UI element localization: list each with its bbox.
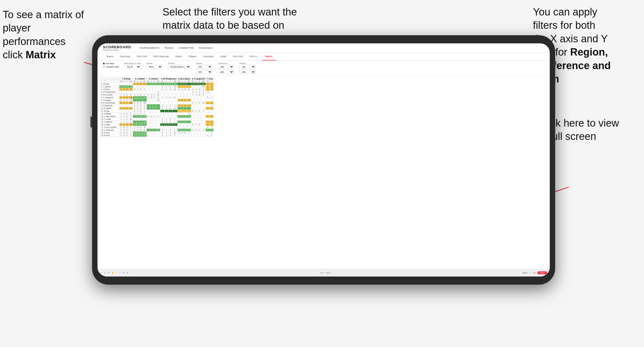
players-select-2[interactable]: (All) (239, 70, 256, 74)
division-select[interactable]: NCAA Division I (168, 65, 191, 69)
cell: 1 (129, 107, 133, 110)
region-select-1[interactable]: N/A (196, 65, 212, 69)
compact-view-option[interactable]: Compact View (103, 66, 119, 68)
full-view-radio[interactable] (103, 63, 105, 65)
cell (129, 110, 133, 113)
cell (142, 118, 147, 121)
compact-view-radio[interactable] (103, 66, 105, 68)
watch-button[interactable]: Watch (522, 272, 528, 274)
cell (181, 110, 184, 113)
cell: -7 (187, 121, 191, 123)
table-row: 3. J Koivun 1 1 0 2 0 1 0 2 0 (100, 88, 214, 91)
clock-button[interactable]: ⏱ (126, 272, 128, 274)
cell (206, 94, 210, 96)
full-view-option[interactable]: Full View (103, 62, 119, 65)
cell: 5 (119, 102, 123, 104)
zoom-in-button[interactable]: + (119, 272, 121, 274)
cell: 1 (139, 107, 142, 110)
nav-teams[interactable]: TEAMS (164, 47, 174, 49)
tab-h2h-grid-2[interactable]: H2H Grid (230, 53, 246, 60)
cell: 0 (191, 123, 195, 126)
cell: 1 (119, 118, 123, 121)
redo-button[interactable]: ↪ (104, 272, 106, 274)
cell: 1 (210, 131, 213, 134)
conference-select-2[interactable]: (All) (218, 70, 234, 74)
cell (191, 115, 195, 118)
tab-h2h-heatmap[interactable]: H2H Heatmap (150, 53, 172, 60)
matrix-container[interactable]: 1. W Ding 2. L Clanton 3. J Koivun 4. M … (97, 76, 550, 277)
sh-l4: L (165, 80, 168, 83)
cell (160, 110, 165, 113)
cell: 1 (153, 115, 156, 118)
view-original-button[interactable]: View: Original (318, 271, 333, 275)
table-row: 9. N Gabrelcik 0 0 0 0 0 (100, 104, 214, 107)
share-button[interactable]: Share (538, 271, 547, 274)
cell: 7 (172, 118, 177, 121)
player-label: 4. M Thorbjornsen (100, 91, 119, 94)
cell (195, 107, 198, 110)
cell: 1 (119, 94, 123, 96)
cell (187, 94, 191, 96)
nav-committee[interactable]: COMMITTEE (178, 47, 194, 49)
cell (165, 102, 168, 104)
players-label: Players (239, 62, 256, 64)
fit-button[interactable]: ⊡ (123, 272, 124, 274)
cell (147, 129, 150, 131)
region-select-2[interactable]: N/A (196, 70, 212, 74)
tab-matrix[interactable]: Matrix (172, 53, 186, 60)
cell (160, 91, 165, 94)
cell: 1 (129, 126, 133, 129)
cell: 2 (210, 83, 213, 85)
cell: 1 (177, 99, 181, 102)
cell (201, 115, 206, 118)
cell (168, 110, 172, 113)
table-row: 2. L Clanton 2 1 0 -16 0 (100, 85, 214, 88)
cell: 0 (139, 113, 142, 115)
cell: 1 (119, 96, 123, 99)
tab-h2h-h[interactable]: H2H H... (246, 53, 262, 60)
tab-summary[interactable]: Summary (117, 53, 134, 60)
gender-select[interactable]: Men's (146, 65, 162, 69)
nav-rankings[interactable]: RANKINGS (199, 47, 213, 49)
max-players-select[interactable]: Top 25 (124, 65, 141, 69)
cell (133, 118, 136, 121)
cell: 1 (165, 85, 168, 88)
zoom-out-button[interactable]: − (116, 272, 117, 274)
cell: 1 (165, 104, 168, 107)
cell: 4 (181, 88, 184, 91)
tab-h2h-grid[interactable]: H2H Grid (134, 53, 150, 60)
cell: 0 (201, 91, 206, 94)
refresh-button[interactable]: ↺ (108, 272, 109, 274)
cell: 1 (160, 83, 165, 85)
cell: 0 (139, 104, 142, 107)
filter-players: Players (All) (All) (239, 62, 256, 74)
cell (206, 131, 210, 134)
cell: 13 (201, 83, 206, 85)
tab-teams[interactable]: Teams (103, 53, 117, 60)
cell: 1 (119, 121, 123, 123)
cell (136, 85, 139, 88)
cell: 0 (126, 134, 129, 137)
cell (187, 123, 191, 126)
tab-detail[interactable]: Detail (217, 53, 230, 60)
players-select-1[interactable]: (All) (239, 65, 256, 69)
cell: 1 (136, 110, 139, 113)
cell (153, 121, 156, 123)
conference-select-1[interactable]: (All) (218, 65, 234, 69)
cell: 24 (142, 96, 147, 99)
tab-matrix-active[interactable]: Matrix (262, 53, 276, 60)
grid-button[interactable]: ⊞ (534, 272, 535, 274)
sh-w5: W (177, 80, 181, 83)
fullscreen-button[interactable]: ⛶ (530, 272, 532, 274)
cell: 1 (160, 118, 165, 121)
cell (201, 99, 206, 102)
tab-players-summary[interactable]: Summary (200, 53, 217, 60)
annotation-left: To see a matrix of player performances c… (3, 8, 95, 62)
tab-players[interactable]: Players (185, 53, 200, 60)
cell (201, 123, 206, 126)
undo-button[interactable]: ↩ (100, 272, 102, 274)
cell: 0 (123, 131, 126, 134)
nav-tournaments[interactable]: TOURNAMENTS (139, 47, 160, 49)
cell: 1 (210, 107, 213, 110)
hand-button[interactable]: ✋ (112, 272, 114, 274)
